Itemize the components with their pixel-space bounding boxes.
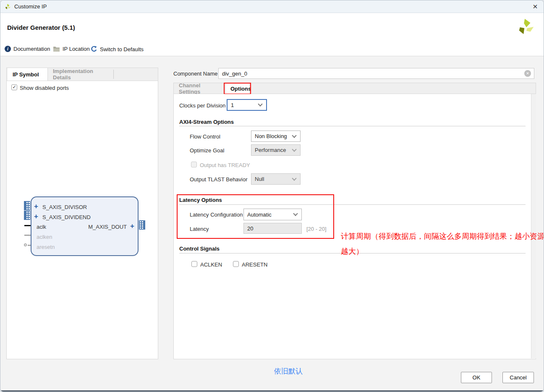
latency-configuration-select[interactable]: Automatic: [243, 209, 302, 220]
folder-icon: [53, 46, 60, 52]
ok-button-label: OK: [473, 374, 481, 381]
show-disabled-ports-label: Show disabled ports: [20, 85, 69, 91]
left-tab-bar: IP Symbol Implementation Details: [7, 68, 158, 81]
expand-icon-divisor[interactable]: +: [34, 204, 38, 209]
documentation-label: Documentation: [13, 46, 50, 52]
latency-label: Latency: [190, 226, 209, 232]
latency-section-title: Latency Options: [179, 197, 222, 203]
aresetn-label: ARESETN: [242, 261, 267, 268]
aclken-label: ACLKEN: [200, 261, 222, 268]
output-has-tready-label: Output has TREADY: [200, 162, 250, 168]
component-name-input[interactable]: div_gen_0 ✕: [218, 68, 534, 79]
tab-separator-2: [224, 84, 224, 93]
ip-location-label: IP Location: [63, 46, 90, 52]
xilinx-logo: [517, 17, 536, 37]
optimize-goal-select: Performance: [251, 144, 301, 156]
title-bar: Customize IP ✕: [0, 0, 544, 13]
aresetn-pin-ring: [24, 243, 27, 246]
output-has-tready-checkbox: [191, 162, 197, 167]
show-disabled-ports-checkbox[interactable]: ✓: [11, 84, 17, 90]
expand-icon-dividend[interactable]: +: [34, 214, 38, 220]
right-tab-bar: Channel Settings Options: [173, 83, 536, 94]
chevron-down-icon: [258, 102, 262, 106]
latency-section-divider: [179, 204, 526, 205]
tab-channel-settings[interactable]: Channel Settings: [174, 83, 223, 94]
optimize-goal-value: Performance: [255, 147, 286, 153]
clear-icon[interactable]: ✕: [524, 70, 531, 77]
tab-options[interactable]: Options: [225, 83, 250, 94]
latency-input: 20: [243, 223, 302, 234]
tab-channel-settings-label: Channel Settings: [179, 82, 218, 95]
component-name-label: Component Name: [173, 71, 218, 77]
chevron-down-icon: [292, 133, 296, 138]
tab-separator: [113, 70, 114, 79]
clocks-per-division-select[interactable]: 1: [227, 99, 267, 111]
output-tlast-select: Null: [251, 173, 301, 185]
ip-symbol-panel: IP Symbol Implementation Details ✓ Show …: [6, 68, 158, 359]
tab-options-label: Options: [230, 86, 251, 92]
port-aclken: aclken: [37, 234, 52, 240]
aclken-pin-stub: [24, 235, 31, 236]
documentation-button[interactable]: i Documentation: [5, 46, 50, 52]
close-icon[interactable]: ✕: [530, 2, 540, 12]
bus-interface-icon-dividend[interactable]: [24, 211, 30, 220]
tab-ip-symbol[interactable]: IP Symbol: [8, 68, 48, 81]
switch-to-defaults-label: Switch to Defaults: [100, 46, 144, 52]
switch-to-defaults-button[interactable]: Switch to Defaults: [91, 46, 144, 52]
window-title: Customize IP: [14, 3, 47, 10]
flow-control-select[interactable]: Non Blocking: [251, 131, 301, 142]
aresetn-checkbox[interactable]: [233, 261, 239, 267]
tab-implementation-details-label: Implementation Details: [53, 68, 107, 81]
output-tlast-label: Output TLAST Behavior: [190, 176, 248, 183]
dialog-header: Divider Generator (5.1) i Documentation …: [0, 13, 544, 56]
port-aresetn: aresetn: [37, 244, 55, 250]
chevron-down-icon: [293, 211, 298, 216]
aclk-pin-stub: [24, 225, 31, 226]
ip-location-button[interactable]: IP Location: [53, 46, 90, 52]
tab-implementation-details[interactable]: Implementation Details: [48, 68, 112, 81]
control-section-title: Control Signals: [179, 246, 220, 252]
chevron-down-icon: [292, 176, 296, 180]
axi4-section-title: AXI4-Stream Options: [179, 119, 234, 125]
bus-interface-icon-dout[interactable]: [139, 220, 145, 230]
annotation-text-line2: 越大）: [341, 246, 364, 256]
tab-ip-symbol-label: IP Symbol: [13, 71, 39, 78]
output-tlast-value: Null: [255, 176, 264, 182]
cancel-button-label: Cancel: [510, 374, 526, 381]
port-s-axis-divisor: S_AXIS_DIVISOR: [42, 204, 87, 210]
flow-control-value: Non Blocking: [255, 133, 287, 139]
info-icon: i: [5, 46, 11, 52]
xilinx-icon: [5, 3, 11, 10]
ip-symbol-block: + S_AXIS_DIVISOR + S_AXIS_DIVIDEND aclk …: [31, 196, 139, 256]
refresh-icon: [91, 46, 97, 52]
chevron-down-icon: [292, 147, 296, 152]
scrollbar[interactable]: [531, 94, 536, 358]
page-title: Divider Generator (5.1): [7, 24, 75, 31]
flow-control-label: Flow Control: [190, 133, 220, 140]
ok-button[interactable]: OK: [461, 372, 492, 383]
clocks-per-division-value: 1: [231, 102, 234, 108]
expand-icon-dout[interactable]: +: [130, 223, 134, 229]
component-name-value: div_gen_0: [222, 71, 247, 77]
check-icon: ✓: [12, 84, 16, 90]
annotation-text-line1: 计算周期（得到数据后，间隔这么多周期得到结果；越小资源消耗: [341, 231, 544, 241]
window-bottom-edge: [0, 390, 544, 392]
footer-note: 依旧默认: [274, 366, 303, 376]
port-m-axis-dout: M_AXIS_DOUT: [88, 224, 127, 230]
port-aclk: aclk: [37, 224, 46, 230]
latency-configuration-value: Automatic: [247, 212, 272, 218]
options-tab-content: Clocks per Division 1 AXI4-Stream Option…: [173, 94, 536, 359]
bus-interface-icon-divisor[interactable]: [24, 201, 30, 210]
axi4-section-divider: [179, 126, 526, 126]
latency-configuration-label: Latency Configuration: [190, 212, 243, 218]
clocks-per-division-label: Clocks per Division: [179, 102, 226, 109]
cancel-button[interactable]: Cancel: [502, 372, 534, 383]
optimize-goal-label: Optimize Goal: [190, 147, 224, 154]
latency-value: 20: [247, 225, 253, 232]
port-s-axis-dividend: S_AXIS_DIVIDEND: [42, 214, 91, 220]
customize-ip-dialog: Customize IP ✕ Divider Generator (5.1) i…: [0, 0, 544, 392]
latency-range-hint: [20 - 20]: [306, 226, 327, 232]
aclken-checkbox[interactable]: [191, 261, 197, 267]
